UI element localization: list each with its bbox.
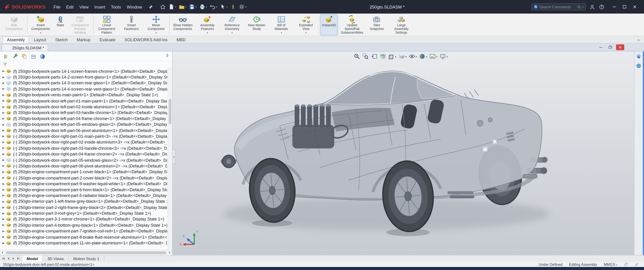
expand-arrow-icon[interactable]: ▶	[1, 70, 6, 73]
expand-arrow-icon[interactable]: ▶	[1, 93, 6, 96]
login-person-icon[interactable]	[589, 4, 595, 10]
menu-window[interactable]: Window	[124, 3, 145, 10]
graphics-area[interactable]: ▾▾▾▾▾▾ X Y Z	[172, 51, 644, 255]
tree-item[interactable]: ▶(f) 250gto-bodywork-door-left-part-05-w…	[1, 122, 167, 128]
tree-item[interactable]: ▶(f) 250gto-engine-compartment-part-6-ho…	[1, 187, 167, 193]
tree-item[interactable]: ▶(-) 250gto-interior-part-2-right-frame-…	[1, 204, 167, 210]
dropdown-caret-icon[interactable]: ▾	[216, 5, 217, 8]
search-icon[interactable]	[577, 5, 581, 9]
propertymanager-tab-icon[interactable]	[12, 53, 19, 60]
panel-collapse-handle[interactable]	[172, 149, 176, 164]
tree-item[interactable]: ▶(-) 250gto-bodywork-door-right-part-01-…	[1, 133, 167, 139]
ribbon-insert-components-button[interactable]: Insert Components▾	[28, 14, 53, 35]
dropdown-caret-icon[interactable]: ▾	[196, 5, 197, 8]
tab-assembly[interactable]: Assembly	[2, 36, 30, 43]
hide-show-items-icon[interactable]: ▾	[408, 53, 417, 60]
minimize-button[interactable]	[609, 2, 620, 11]
tree-horizontal-scrollbar[interactable]	[0, 250, 172, 255]
expand-arrow-icon[interactable]: ▶	[1, 129, 6, 132]
expand-arrow-icon[interactable]: ▶	[1, 206, 6, 209]
tree-item[interactable]: ▶(-) 250gto-bodywork-door-right-part-05-…	[1, 157, 167, 163]
menu-view[interactable]: View	[76, 3, 92, 10]
tab-sketch[interactable]: Sketch	[50, 36, 72, 43]
pencil-icon[interactable]	[634, 262, 639, 266]
tab-mbd[interactable]: MBD	[172, 36, 190, 43]
dimxpertmanager-tab-icon[interactable]	[30, 53, 36, 60]
expand-arrow-icon[interactable]: ▶	[1, 176, 6, 180]
expand-arrow-icon[interactable]: ▶	[1, 212, 6, 215]
tree-vertical-scrollbar[interactable]	[168, 68, 172, 250]
expand-arrow-icon[interactable]: ▶	[1, 235, 6, 239]
tab-layout[interactable]: Layout	[29, 36, 50, 43]
expand-arrow-icon[interactable]: ▶	[1, 223, 6, 227]
expand-arrow-icon[interactable]: ▶	[1, 105, 6, 108]
taskpane-home-icon[interactable]	[636, 53, 642, 59]
ribbon-exploded-view-button[interactable]: Exploded View▾	[294, 14, 318, 35]
expand-arrow-icon[interactable]: ▶	[1, 99, 6, 102]
expand-arrow-icon[interactable]: ▶	[1, 141, 6, 144]
search-scope-icon[interactable]	[534, 5, 538, 9]
doc-minimize-button[interactable]	[596, 44, 605, 50]
view-orientation-icon[interactable]: ▾	[388, 53, 397, 60]
status-mmgs[interactable]: MMGS▾	[604, 262, 617, 266]
doc-close-button[interactable]	[616, 45, 624, 50]
print-icon[interactable]: ▾	[198, 3, 208, 10]
expand-arrow-icon[interactable]: ▶	[1, 147, 6, 150]
doc-restore-button[interactable]	[606, 44, 615, 50]
search-caret-icon[interactable]: ▾	[582, 5, 584, 8]
ribbon-linear-component-pattern-button[interactable]: Linear Component Pattern▾	[94, 14, 119, 35]
first-tab-icon[interactable]	[1, 257, 6, 260]
close-button[interactable]	[630, 2, 640, 11]
expand-arrow-icon[interactable]: ▶	[1, 159, 6, 162]
ribbon-smart-fasteners-button[interactable]: Smart Fasteners	[119, 14, 144, 35]
tree-item[interactable]: ▶(-) 250gto-bodywork-door-right-part-06-…	[1, 163, 167, 169]
display-style-icon[interactable]: ▾	[398, 53, 407, 60]
document-tab[interactable]: 250gto.SLDASM *	[2, 44, 48, 51]
tree-item[interactable]: ▶(f) 250gto-engine-compartment-part-9-wa…	[1, 181, 167, 187]
expand-arrow-icon[interactable]: ▶	[1, 218, 6, 221]
expand-arrow-icon[interactable]: ▶	[1, 182, 6, 185]
expand-arrow-icon[interactable]: ▶	[1, 188, 6, 191]
tree-item[interactable]: ▶(f) 250gto-bodywork-door-left-part-04-f…	[1, 116, 167, 122]
scrollbar-thumb[interactable]	[6, 251, 166, 254]
tree-item[interactable]: ▶(f) 250gto-bodywork-parts-14-3-screen-r…	[1, 80, 167, 86]
tree-item[interactable]: ▶(-) 250gto-bodywork-door-right-part-04-…	[1, 151, 167, 157]
tree-item[interactable]: ▶(f) 250gto-engine-compartment-part-8-br…	[1, 234, 167, 240]
menu-file[interactable]: File	[50, 3, 63, 10]
expand-arrow-icon[interactable]: ▶	[1, 87, 6, 90]
expand-arrow-icon[interactable]: ▶	[1, 170, 6, 174]
configurationmanager-tab-icon[interactable]	[22, 53, 28, 60]
tree-item[interactable]: ▶(-) 250gto-engine-compartment-part-2-co…	[1, 175, 167, 181]
expand-arrow-icon[interactable]: ▶	[1, 123, 6, 126]
save-icon[interactable]: ▾	[188, 3, 198, 10]
tree-item[interactable]: ▶(f) 250gto-bodywork-vents-main-paint<1>…	[1, 92, 167, 98]
ribbon-update-speedpak-subassemblies-button[interactable]: Update SpeedPak Subassemblies	[340, 14, 364, 35]
expand-arrow-icon[interactable]: ▶	[1, 229, 6, 233]
zoom-area-icon[interactable]	[362, 53, 369, 60]
apply-scene-icon[interactable]: ▾	[429, 53, 438, 60]
pin-icon[interactable]	[148, 4, 153, 9]
tree-item[interactable]: ▶(f) 250gto-bodywork-door-left-part-01-m…	[1, 98, 167, 104]
expand-arrow-icon[interactable]: ▶	[1, 153, 6, 156]
rebuild-icon[interactable]	[229, 3, 237, 10]
scroll-right-icon[interactable]	[168, 251, 171, 254]
tree-item[interactable]: ▶(f) 250gto-interior-part-3-1-mirror-chr…	[1, 216, 167, 222]
new-document-icon[interactable]: ▾	[168, 3, 177, 10]
ribbon-assembly-features-button[interactable]: Assembly Features▾	[195, 14, 220, 35]
expand-arrow-icon[interactable]: ▶	[1, 241, 6, 244]
ribbon-reference-geometry-button[interactable]: Reference Geometry▾	[220, 14, 244, 35]
scroll-left-icon[interactable]	[1, 251, 4, 254]
tag-icon[interactable]	[624, 262, 628, 266]
previous-view-icon[interactable]	[370, 53, 378, 60]
tree-item[interactable]: ▶(f) 250gto-bodywork-door-left-part-02-i…	[1, 104, 167, 110]
dropdown-caret-icon[interactable]: ▾	[185, 5, 186, 8]
maximize-button[interactable]	[620, 2, 630, 11]
tree-item[interactable]: ▶(f) 250gto-interior-part-4-bottom-grey-…	[1, 222, 167, 228]
tree-item[interactable]: ▶(f) 250gto-bodywork-parts-14-2-screen-f…	[1, 74, 167, 80]
prev-tab-icon[interactable]	[6, 257, 11, 260]
model-tab-motion-study-1[interactable]: Motion Study 1	[69, 255, 104, 262]
tree-item[interactable]: ▶(f) 250gto-bodywork-door-left-part-03-h…	[1, 110, 167, 116]
tree-item[interactable]: ▶(f) 250gto-engine-compartment-part-5-ra…	[1, 193, 167, 199]
featuremanager-tab-icon[interactable]	[3, 53, 10, 60]
expand-arrow-icon[interactable]: ▶	[1, 200, 6, 203]
